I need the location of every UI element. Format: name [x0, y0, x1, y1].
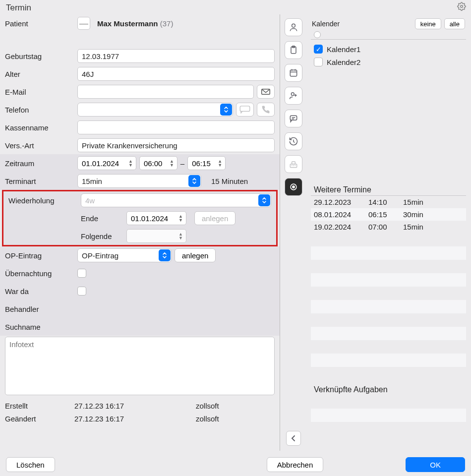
overnight-label: Übernachtung: [5, 269, 74, 278]
birthday-label: Geburtstag: [5, 52, 74, 60]
duration-label: 15 Minuten: [211, 177, 248, 185]
calendar-name: Kalender2: [327, 58, 360, 66]
sms-button[interactable]: [236, 103, 254, 117]
birthday-input[interactable]: [77, 49, 275, 63]
repeat-end-stepper[interactable]: ▲▼: [126, 211, 186, 225]
infotext-textarea[interactable]: [5, 337, 275, 395]
time-dash: –: [180, 159, 184, 168]
start-time-stepper[interactable]: ▲▼: [139, 156, 177, 170]
appointment-row[interactable]: 08.01.2024 06:15 30min: [311, 208, 466, 221]
register-tab-button[interactable]: [285, 155, 302, 173]
chevron-updown-icon: [188, 175, 200, 187]
was-there-label: War da: [5, 287, 74, 296]
appointment-type-label: Terminart: [5, 177, 74, 185]
calendar-list: ✓ Kalender1 Kalender2: [311, 41, 466, 68]
searchname-label: Suchname: [5, 323, 74, 331]
svg-point-7: [291, 93, 294, 96]
insurance-name-input[interactable]: [77, 120, 275, 134]
repeat-select[interactable]: 4w: [81, 193, 271, 207]
modified-label: Geändert: [5, 413, 74, 425]
phone-label: Telefon: [5, 106, 74, 114]
age-input[interactable]: [77, 67, 275, 81]
svg-point-3: [292, 24, 295, 27]
appointment-row[interactable]: 29.12.2023 14:10 15min: [311, 196, 466, 208]
date-stepper[interactable]: ▲▼: [77, 156, 136, 170]
calendar-name: Kalender1: [327, 45, 360, 54]
clipboard-tab-button[interactable]: [285, 41, 302, 59]
practitioner-label: Behandler: [5, 305, 74, 313]
chevron-updown-icon: [220, 104, 232, 116]
created-label: Erstellt: [5, 400, 74, 413]
chevron-updown-icon: [159, 249, 171, 261]
phone-select[interactable]: [77, 103, 233, 117]
op-entry-create-button[interactable]: anlegen: [175, 248, 216, 262]
insurance-name-label: Kassenname: [5, 123, 74, 132]
gear-icon[interactable]: [457, 2, 466, 13]
appointment-type-select[interactable]: 15min: [77, 174, 201, 188]
collapse-panel-button[interactable]: [286, 431, 301, 446]
created-at: 27.12.23 16:17: [74, 400, 196, 413]
age-label: Alter: [5, 70, 74, 78]
history-tab-button[interactable]: [285, 132, 302, 150]
patient-age-suffix: (37): [160, 19, 174, 28]
ok-button[interactable]: OK: [406, 457, 465, 472]
calendar-item[interactable]: ✓ Kalender1: [314, 43, 465, 56]
repeat-create-button[interactable]: anlegen: [194, 211, 236, 225]
patient-tab-button[interactable]: [285, 18, 302, 36]
svg-point-12: [293, 186, 294, 188]
calendar-item[interactable]: Kalender2: [314, 56, 465, 68]
send-email-button[interactable]: [257, 85, 275, 99]
calendar-checkbox[interactable]: ✓: [314, 45, 323, 54]
calendar-tab-button[interactable]: [285, 64, 302, 82]
end-time-stepper[interactable]: ▲▼: [187, 156, 226, 170]
calendar-header-label: Kalender: [312, 20, 340, 28]
cancel-button[interactable]: Abbrechen: [267, 457, 324, 472]
insurance-type-label: Vers.-Art: [5, 141, 74, 150]
chevron-updown-icon: [258, 194, 270, 206]
insurance-type-input[interactable]: [77, 138, 275, 152]
timeslot-label: Zeitraum: [5, 159, 74, 168]
svg-rect-6: [290, 70, 296, 76]
op-entry-label: OP-Eintrag: [5, 251, 74, 260]
linked-tasks-title: Verknüpfte Aufgaben: [311, 382, 466, 395]
created-by: zollsoft: [196, 400, 219, 413]
calendar-checkbox[interactable]: [314, 58, 323, 66]
was-there-checkbox[interactable]: [77, 287, 86, 296]
repeat-following-stepper[interactable]: ▲▼: [126, 229, 186, 243]
appointment-row[interactable]: 19.02.2024 07:00 15min: [311, 221, 466, 233]
patient-name: Max Mustermann: [97, 19, 158, 28]
patient-status-icon[interactable]: —: [77, 17, 90, 30]
repeat-end-label: Ende: [81, 214, 123, 223]
window-title: Termin: [6, 3, 31, 13]
more-appointments-title: Weitere Termine: [311, 182, 466, 196]
call-button[interactable]: [257, 103, 275, 117]
repeat-following-label: Folgende: [81, 232, 123, 240]
delete-button[interactable]: Löschen: [6, 457, 55, 472]
calendar-filter-radio[interactable]: [314, 31, 321, 38]
overnight-checkbox[interactable]: [77, 269, 86, 278]
modified-at: 27.12.23 16:17: [74, 413, 196, 425]
svg-rect-10: [292, 162, 295, 164]
repeat-label: Wiederholung: [8, 196, 78, 205]
svg-rect-2: [240, 106, 250, 112]
modified-by: zollsoft: [196, 413, 219, 425]
email-label: E-Mail: [5, 88, 74, 96]
chat-tab-button[interactable]: [285, 110, 302, 127]
select-none-button[interactable]: keine: [415, 18, 441, 29]
email-input[interactable]: [77, 85, 254, 99]
patient-label: Patient: [5, 19, 74, 28]
svg-point-0: [461, 5, 463, 8]
select-all-button[interactable]: alle: [444, 18, 465, 29]
op-entry-select[interactable]: OP-Eintrag: [77, 248, 172, 262]
target-tab-button[interactable]: [285, 178, 302, 196]
add-person-tab-button[interactable]: [285, 87, 302, 105]
